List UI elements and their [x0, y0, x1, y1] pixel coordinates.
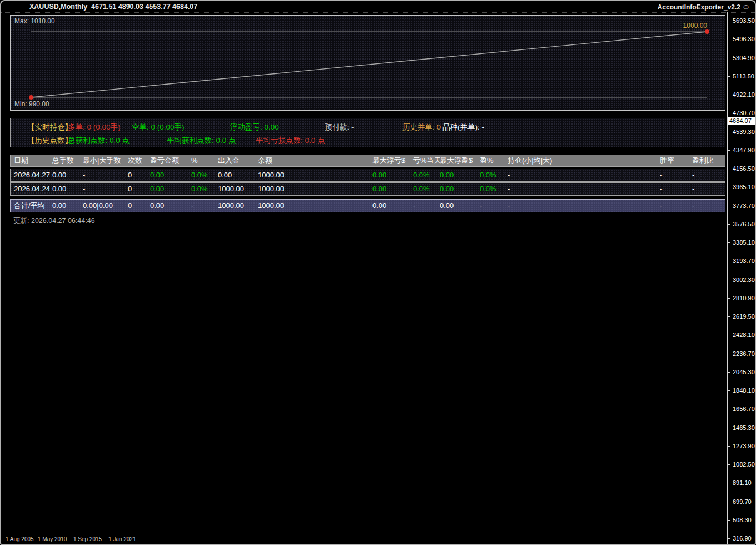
price-tick: 508.30 — [728, 516, 756, 524]
price-tick-dash — [728, 502, 730, 502]
header-cell: 最大浮亏$ — [372, 155, 405, 166]
realtime-position-title: 【实时持仓】 — [27, 123, 72, 132]
avg-profit-points: 平均获利点数: 0.0 点 — [167, 136, 236, 145]
table-cell: 0.0% — [191, 169, 208, 181]
price-tick-label: 3193.70 — [733, 257, 755, 265]
table-cell: 0.00 — [440, 200, 454, 212]
table-cell: 0.00 — [150, 169, 164, 181]
time-axis-label: 1 Jan 2021 — [108, 536, 136, 542]
header-cell: 盈% — [480, 155, 494, 166]
price-tick-label: 1848.10 — [733, 387, 755, 394]
price-tick-label: 4347.90 — [733, 146, 755, 154]
table-cell: 0 — [128, 169, 132, 181]
table-cell: 0.00 — [150, 183, 164, 195]
table-cell: 0.00 — [218, 169, 232, 181]
price-tick: 699.70 — [728, 498, 756, 506]
time-axis-label: 1 May 2010 — [38, 536, 67, 542]
table-cell: 0.0% — [480, 183, 496, 195]
price-tick-dash — [728, 298, 730, 299]
table-cell: 0.00 — [52, 169, 66, 181]
price-tick-dash — [728, 113, 730, 113]
price-scale[interactable]: 5693.505496.305304.905113.504922.104730.… — [727, 12, 756, 544]
price-tick-label: 1273.90 — [733, 442, 755, 450]
header-cell: 出入金 — [218, 155, 240, 166]
price-tick: 2045.30 — [728, 368, 756, 376]
price-tick: 4539.30 — [728, 128, 756, 136]
price-tick: 1082.50 — [728, 460, 756, 468]
update-timestamp: 更新: 2026.04.27 06:44:46 — [13, 216, 95, 226]
price-tick-dash — [728, 39, 730, 39]
table-cell: - — [692, 169, 694, 181]
price-tick: 2619.50 — [728, 313, 756, 320]
price-tick-label: 1656.70 — [733, 405, 755, 413]
price-tick-label: 5304.90 — [733, 54, 755, 62]
margin: 预付款: - — [325, 123, 354, 132]
table-cell: 2026.04.24 — [14, 183, 50, 195]
price-tick-label: 2428.10 — [733, 331, 755, 339]
price-tick: 2236.70 — [728, 350, 756, 358]
price-tick-dash — [728, 206, 730, 206]
price-tick-label: 316.90 — [733, 534, 752, 542]
price-tick: 1273.90 — [728, 442, 756, 450]
price-tick-label: 2236.70 — [733, 350, 755, 358]
price-tick-label: 3002.30 — [733, 276, 755, 284]
equity-curve-panel: Max: 1010.00 Min: 990.00 1000.00 — [10, 15, 725, 111]
price-tick: 5113.50 — [728, 72, 756, 80]
price-tick: 2428.10 — [728, 331, 756, 339]
endpoint-dot — [705, 29, 709, 34]
time-axis-label: 1 Aug 2005 — [6, 536, 34, 542]
table-cell: - — [508, 183, 510, 195]
table-cell: 1000.00 — [218, 183, 244, 195]
price-tick-dash — [728, 316, 730, 317]
price-tick: 4730.70 — [728, 109, 756, 117]
price-tick-label: 3385.10 — [733, 239, 755, 246]
table-cell: - — [660, 169, 662, 181]
price-tick-label: 5113.50 — [733, 72, 754, 80]
price-tick: 4922.10 — [728, 91, 756, 98]
table-cell: 0.0% — [480, 169, 496, 181]
header-cell: % — [191, 155, 198, 166]
price-tick-label: 2810.90 — [733, 294, 755, 302]
price-tick-label: 891.10 — [733, 479, 752, 487]
table-cell: 0.00 — [372, 200, 386, 212]
price-tick-dash — [728, 242, 730, 243]
table-cell: - — [508, 200, 510, 212]
table-cell: 0.00 — [52, 183, 66, 195]
header-cell: 盈亏金额 — [150, 155, 179, 166]
table-cell: 0.00 — [372, 183, 386, 195]
price-tick-dash — [728, 261, 730, 261]
table-cell: 合计/平均 — [14, 200, 45, 212]
price-tick: 3193.70 — [728, 257, 756, 265]
price-tick-dash — [728, 372, 730, 373]
equity-last-value-label: 1000.00 — [683, 22, 707, 29]
header-cell: 持仓(小|均|大) — [508, 155, 552, 166]
price-tick-label: 4156.50 — [733, 165, 755, 172]
table-cell: 0.00|0.00 — [83, 200, 113, 212]
price-tick: 3002.30 — [728, 276, 756, 284]
chart-title: XAUUSD,Monthly 4671.51 4890.03 4553.77 4… — [29, 3, 197, 11]
ea-smiley-icon[interactable]: ☺ — [742, 2, 750, 11]
price-tick-label: 5693.50 — [733, 17, 755, 24]
current-price-box: 4684.07 — [728, 117, 755, 125]
table-cell: 1000.00 — [258, 200, 284, 212]
table-cell: 0.00 — [150, 200, 164, 212]
price-tick-dash — [728, 169, 730, 169]
table-cell: - — [413, 200, 415, 212]
table-cell: 0.00 — [440, 183, 454, 195]
price-tick: 891.10 — [728, 479, 756, 487]
price-tick-dash — [728, 520, 730, 521]
table-cell: 0.00 — [372, 169, 386, 181]
price-tick-dash — [728, 538, 730, 539]
price-tick-label: 508.30 — [733, 516, 752, 524]
account-info-panel: 【实时持仓】多单: 0 (0.00手)空单: 0 (0.00手)浮动盈亏: 0.… — [10, 118, 725, 147]
header-cell: 盈利比 — [692, 155, 714, 166]
price-tick: 3965.10 — [728, 183, 756, 191]
price-tick-dash — [728, 446, 730, 447]
short-orders: 空单: 0 (0.00手) — [132, 123, 185, 132]
price-tick: 5304.90 — [728, 54, 756, 62]
equity-curve-svg — [11, 16, 724, 109]
table-cell: - — [83, 169, 85, 181]
price-tick-label: 1082.50 — [733, 460, 755, 468]
time-axis[interactable]: 1 Aug 20051 May 20101 Sep 20151 Jan 2021 — [1, 534, 727, 544]
table-cell: 1000.00 — [218, 200, 244, 212]
